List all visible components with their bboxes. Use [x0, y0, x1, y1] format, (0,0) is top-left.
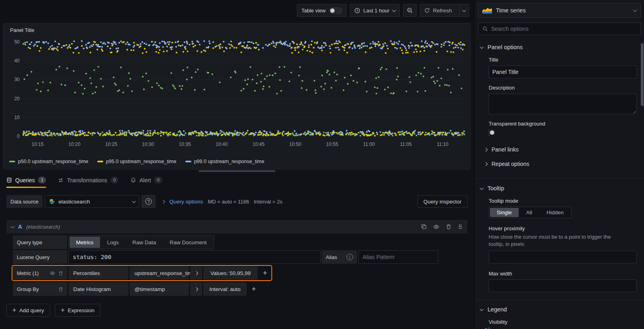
table-view-control[interactable]: Table view ✓ — [297, 4, 347, 17]
eye-icon[interactable] — [50, 271, 55, 276]
datasource-row: Data source elasticsearch ? Query option… — [6, 195, 467, 208]
refresh-label: Refresh — [433, 8, 452, 14]
query-type-raw-data[interactable]: Raw Data — [126, 237, 163, 248]
svg-text:10:25: 10:25 — [105, 142, 117, 147]
hover-proximity-input[interactable] — [489, 251, 637, 263]
collapse-icon — [480, 307, 484, 311]
chart-area[interactable]: 0102030405010:1510:2010:2510:3010:3510:4… — [4, 36, 470, 156]
chevron-right-icon — [194, 271, 198, 275]
expression-button[interactable]: + Expression — [55, 304, 100, 317]
transparent-background-toggle[interactable]: ✓ — [489, 129, 490, 136]
legend-item[interactable]: p99.0 upstream_response_time — [185, 159, 265, 164]
datasource-picker[interactable]: elasticsearch — [45, 195, 139, 208]
chevron-right-icon — [161, 199, 165, 203]
query-options-link[interactable]: Query options — [169, 199, 203, 205]
query-ref-header[interactable]: A (elasticsearch) — [6, 220, 467, 233]
panel-options-header[interactable]: Panel options — [478, 35, 641, 53]
query-type-row: Query type Metrics Logs Raw Data Raw Doc… — [13, 235, 214, 249]
query-datasource-suffix: (elasticsearch) — [26, 224, 60, 230]
query-type-metrics[interactable]: Metrics — [70, 237, 100, 248]
legend-label: p50.0 upstream_response_time — [18, 159, 88, 164]
datasource-help-button[interactable]: ? — [142, 195, 155, 208]
trash-icon[interactable] — [446, 224, 451, 229]
copy-icon[interactable] — [421, 224, 427, 229]
legend-section-header[interactable]: Legend — [478, 300, 641, 315]
collapse-icon — [480, 186, 484, 190]
transparent-background-label: Transparent background — [489, 121, 637, 127]
metric-settings-toggle[interactable] — [190, 266, 202, 280]
tab-transformations[interactable]: Transformations 0 — [58, 177, 118, 188]
visibility-label: Visibility — [489, 319, 637, 325]
datasource-label: Data source — [6, 195, 42, 208]
svg-text:20: 20 — [14, 96, 20, 102]
svg-text:10:15: 10:15 — [32, 142, 44, 147]
alias-label: Alias i — [322, 250, 357, 264]
svg-text:0: 0 — [17, 134, 20, 139]
lucene-query-label: Lucene Query — [13, 250, 67, 264]
tooltip-mode-all[interactable]: All — [520, 208, 539, 217]
tooltip-mode-single[interactable]: Single — [490, 208, 519, 217]
table-view-toggle[interactable]: ✓ — [329, 7, 342, 14]
legend-item[interactable]: p95.0 upstream_response_time — [97, 159, 177, 164]
tab-count-badge: 1 — [38, 177, 46, 183]
query-type-raw-document[interactable]: Raw Document — [163, 237, 213, 248]
description-textarea[interactable] — [489, 94, 637, 114]
legend-visibility-toggle[interactable]: ✓ — [489, 327, 490, 329]
trash-icon[interactable] — [58, 287, 63, 292]
metric-type-select[interactable]: Percentiles — [68, 266, 128, 280]
grafana-panel-editor: Table view ✓ Last 1 hour Refresh — [0, 0, 644, 329]
tooltip-mode-hidden[interactable]: Hidden — [540, 208, 571, 217]
svg-text:50: 50 — [14, 39, 20, 45]
tooltip-section-header[interactable]: Tooltip — [478, 179, 641, 194]
chevron-right-icon — [484, 148, 488, 152]
collapse-icon[interactable] — [11, 224, 15, 228]
refresh-interval-dropdown[interactable] — [459, 4, 469, 16]
trash-icon[interactable] — [58, 271, 63, 276]
refresh-icon — [424, 8, 430, 13]
max-data-points-text: MD = auto = 1186 — [208, 199, 249, 205]
panel-header[interactable]: Panel Title — [4, 24, 470, 36]
query-inspector-button[interactable]: Query inspector — [417, 195, 467, 208]
bell-icon — [130, 177, 136, 183]
tab-count-badge: 0 — [154, 177, 162, 183]
query-type-logs[interactable]: Logs — [101, 237, 125, 248]
max-width-input[interactable] — [489, 279, 637, 292]
panel-title: Panel Title — [10, 27, 34, 33]
metric-values[interactable]: Values: 50,95,99 — [203, 266, 258, 280]
sidebar-scrollbar[interactable] — [641, 43, 644, 106]
group-by-type-select[interactable]: Date Histogram — [68, 282, 128, 296]
time-range-picker[interactable]: Last 1 hour — [350, 4, 400, 17]
add-query-button[interactable]: + Add query — [6, 304, 50, 317]
refresh-button[interactable]: Refresh — [420, 4, 456, 16]
visualization-picker[interactable]: Time series — [478, 3, 641, 18]
add-group-by-button[interactable]: + — [248, 282, 260, 296]
time-series-chart[interactable]: 0102030405010:1510:2010:2510:3010:3510:4… — [7, 36, 466, 156]
zoom-out-button[interactable] — [403, 4, 417, 17]
panel-links-section[interactable]: Panel links — [484, 142, 637, 157]
time-range-label: Last 1 hour — [363, 8, 389, 14]
group-by-field-select[interactable]: @timestamp — [130, 282, 189, 296]
repeat-options-section[interactable]: Repeat options — [484, 157, 637, 171]
add-metric-button[interactable]: + — [259, 266, 271, 280]
chart-legend: p50.0 upstream_response_timep95.0 upstre… — [4, 156, 470, 167]
drag-handle-icon[interactable] — [458, 224, 463, 229]
tab-alert[interactable]: Alert 0 — [130, 177, 162, 188]
metric-label: Metric (1) — [13, 266, 67, 280]
question-icon: ? — [145, 198, 152, 205]
group-by-settings-toggle[interactable] — [190, 282, 202, 296]
lucene-query-input[interactable] — [68, 250, 321, 264]
svg-text:11:00: 11:00 — [363, 142, 375, 147]
alias-input[interactable] — [358, 250, 438, 264]
group-by-interval[interactable]: Interval: auto — [203, 282, 247, 296]
options-sidebar: Time series Panel options Title Descript… — [474, 0, 644, 329]
tab-queries[interactable]: Queries 1 — [6, 177, 46, 188]
metric-field-select[interactable]: upstream_response_time — [130, 266, 189, 280]
panel-title-input[interactable] — [489, 66, 637, 78]
query-ref-id[interactable]: A — [18, 223, 22, 230]
transform-icon — [58, 177, 64, 183]
options-search[interactable] — [478, 22, 641, 35]
legend-item[interactable]: p50.0 upstream_response_time — [9, 159, 88, 164]
options-search-input[interactable] — [491, 26, 636, 32]
panel-resize-handle[interactable] — [199, 170, 275, 172]
eye-icon[interactable] — [433, 224, 439, 230]
